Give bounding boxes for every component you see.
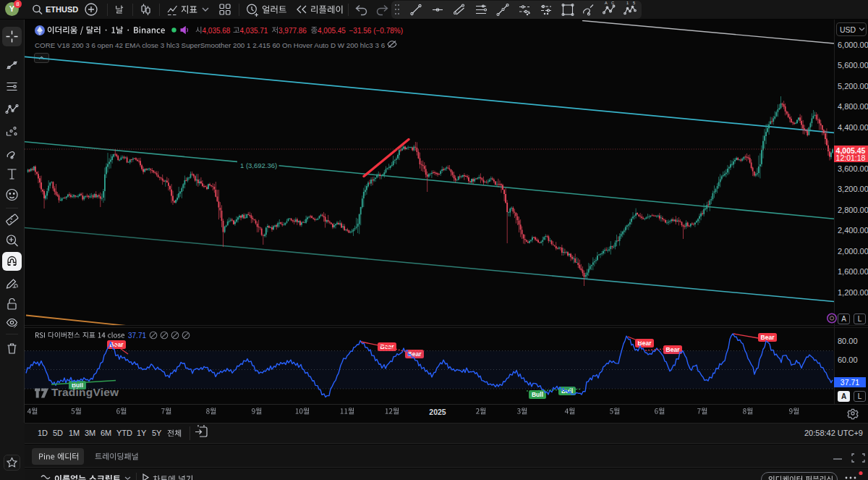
svg-text:C: C xyxy=(611,1,614,5)
svg-text:1 (3,692.36): 1 (3,692.36) xyxy=(240,161,277,169)
svg-text:5: 5 xyxy=(633,1,635,5)
svg-text:1: 1 xyxy=(626,1,629,5)
svg-text:A: A xyxy=(605,1,608,5)
